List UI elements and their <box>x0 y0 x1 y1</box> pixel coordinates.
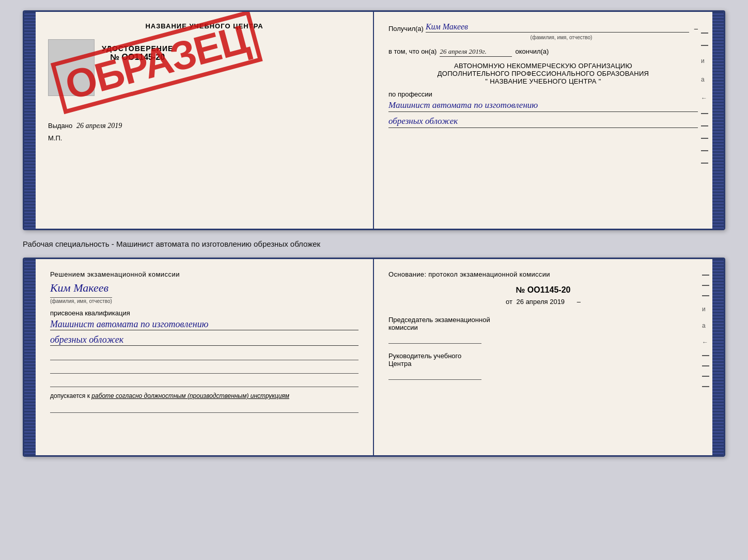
bottom-deco-i: и <box>702 306 709 313</box>
poluchil-label: Получил(а) <box>388 25 424 33</box>
deco-i: и <box>701 57 708 65</box>
poluchil-name: Ким Макеев <box>426 22 689 33</box>
deco-a: а <box>701 76 708 83</box>
protocol-number: № OO1145-20 <box>388 285 698 295</box>
bottom-dash-4 <box>702 355 709 356</box>
top-doc-left: НАЗВАНИЕ УЧЕБНОГО ЦЕНТРА УДОСТОВЕРЕНИЕ №… <box>36 12 374 229</box>
poluchil-line: Получил(а) Ким Макеев – <box>388 22 698 33</box>
ot-date: от 26 апреля 2019 – <box>388 298 698 306</box>
bottom-doc-left: Решением экзаменационной комиссии Ким Ма… <box>36 259 374 455</box>
prof-line: по профессии Машинист автомата по изгото… <box>388 90 698 128</box>
bottom-dash-1 <box>702 275 709 276</box>
okonchil-label: окончил(а) <box>515 47 549 55</box>
prisvoena-text: присвоена квалификация <box>50 309 359 317</box>
deco-arrow: ← <box>701 94 708 102</box>
bottom-fio-subtitle: (фамилия, имя, отчество) <box>50 297 112 304</box>
blank-line-3 <box>50 378 359 387</box>
binding-left-bottom <box>24 259 36 455</box>
org-name: НАЗВАНИЕ УЧЕБНОГО ЦЕНТРА <box>490 77 597 85</box>
dash-7 <box>701 163 708 164</box>
dash-1 <box>701 33 708 34</box>
rukovoditel-signature-line <box>388 371 481 380</box>
predsedatel-block: Председатель экзаменационной комиссии <box>388 316 698 344</box>
right-dashes-top: и а ← <box>701 33 708 164</box>
blank-line-4 <box>50 404 359 413</box>
rukovoditel-line2: Центра <box>388 360 698 367</box>
dash-6 <box>701 150 708 151</box>
vtom-line: в том, что он(а) 26 апреля 2019г. окончи… <box>388 47 698 57</box>
bottom-deco-a: а <box>702 322 709 329</box>
vtom-label: в том, что он(а) <box>388 47 437 55</box>
top-doc-right: Получил(а) Ким Макеев – (фамилия, имя, о… <box>374 12 712 229</box>
ot-prefix: от <box>506 298 512 306</box>
dash-5 <box>701 138 708 139</box>
top-document-spread: НАЗВАНИЕ УЧЕБНОГО ЦЕНТРА УДОСТОВЕРЕНИЕ №… <box>23 10 725 230</box>
org-quote-open: " <box>485 77 488 85</box>
qualification-line2: обрезных обложек <box>50 334 359 346</box>
binding-right <box>712 12 724 229</box>
vydano-line: Выдано 26 апреля 2019 <box>48 122 361 130</box>
org-block: АВТОНОМНУЮ НЕКОММЕРЧЕСКУЮ ОРГАНИЗАЦИЮ ДО… <box>388 62 698 85</box>
predsedatel-line2: комиссии <box>388 324 698 331</box>
dash-3 <box>701 113 708 114</box>
blank-line-2 <box>50 364 359 374</box>
bottom-dash-7 <box>702 386 709 387</box>
org-line2: ДОПОЛНИТЕЛЬНОГО ПРОФЕССИОНАЛЬНОГО ОБРАЗО… <box>388 70 698 77</box>
rukovoditel-line1: Руководитель учебного <box>388 352 698 360</box>
profession-line2: обрезных обложек <box>388 116 698 128</box>
binding-left <box>24 12 36 229</box>
bottom-name: Ким Макеев <box>50 281 359 295</box>
bottom-dash-2 <box>702 285 709 286</box>
bottom-deco-arrow: ← <box>702 339 709 346</box>
photo-placeholder <box>48 39 95 96</box>
bottom-dash-6 <box>702 376 709 377</box>
vydano-date: 26 апреля 2019 <box>76 122 122 130</box>
dopuskaetsya-italic: работе согласно должностным (производств… <box>91 392 289 399</box>
vtom-date: 26 апреля 2019г. <box>440 47 512 57</box>
caption: Рабочая специальность - Машинист автомат… <box>23 238 725 249</box>
vydano-label: Выдано <box>48 122 72 130</box>
dash-2 <box>701 45 708 46</box>
org-quote-close: " <box>599 77 601 85</box>
bottom-doc-right: Основание: протокол экзаменационной коми… <box>374 259 712 455</box>
right-dashes-bottom: и а ← <box>702 275 709 387</box>
udostoverenie-number: № OO1145-20 <box>102 53 173 62</box>
bottom-dash-3 <box>702 295 709 296</box>
ot-date-value: 26 апреля 2019 <box>517 298 565 306</box>
dopuskaetsya-label: допускается к <box>50 392 90 399</box>
org-line1: АВТОНОМНУЮ НЕКОММЕРЧЕСКУЮ ОРГАНИЗАЦИЮ <box>388 62 698 70</box>
bottom-dash-5 <box>702 365 709 366</box>
bottom-document-spread: Решением экзаменационной комиссии Ким Ма… <box>23 258 725 457</box>
udostoverenie-block: УДОСТОВЕРЕНИЕ № OO1145-20 <box>102 44 173 62</box>
top-left-title: НАЗВАНИЕ УЧЕБНОГО ЦЕНТРА <box>48 22 361 30</box>
poluchil-subtitle: (фамилия, имя, отчество) <box>425 35 698 40</box>
po-professii-label: по профессии <box>388 90 432 98</box>
org-name-line: " НАЗВАНИЕ УЧЕБНОГО ЦЕНТРА " <box>388 77 698 85</box>
osnovaniye-text: Основание: протокол экзаменационной коми… <box>388 270 698 278</box>
resheniem-text: Решением экзаменационной комиссии <box>50 270 359 278</box>
udostoverenie-label: УДОСТОВЕРЕНИЕ <box>102 44 173 53</box>
mp-line: М.П. <box>48 134 361 142</box>
dopuskaetsya-text: допускается к работе согласно должностны… <box>50 392 359 399</box>
binding-right-bottom <box>712 259 724 455</box>
profession-line1: Машинист автомата по изготовлению <box>388 100 698 112</box>
rukovoditel-block: Руководитель учебного Центра <box>388 352 698 380</box>
predsedatel-signature-line <box>388 334 481 344</box>
dash-4 <box>701 125 708 126</box>
predsedatel-line1: Председатель экзаменационной <box>388 316 698 324</box>
qualification-line1: Машинист автомата по изготовлению <box>50 319 359 330</box>
blank-line-1 <box>50 351 359 360</box>
